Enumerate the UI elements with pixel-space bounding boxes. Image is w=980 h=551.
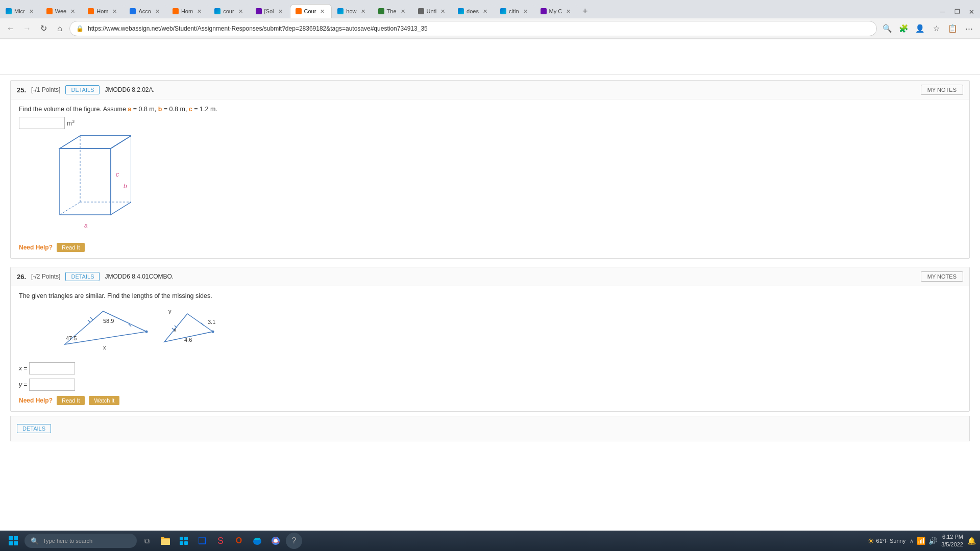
- minimize-window-btn[interactable]: ─: [936, 5, 949, 18]
- tab-close-citin[interactable]: ✕: [522, 8, 529, 15]
- collections-icon[interactable]: 📋: [945, 21, 960, 36]
- svg-text:4.6: 4.6: [184, 337, 192, 343]
- q26-my-notes-button[interactable]: MY NOTES: [921, 271, 963, 282]
- question-25-block: 25. [-/1 Points] DETAILS JMODD6 8.2.02A.…: [10, 80, 970, 259]
- svg-text:47.5: 47.5: [66, 335, 77, 341]
- svg-point-27: [212, 331, 214, 333]
- tab-label-wee: Wee: [55, 8, 66, 14]
- q25-need-help-text: Need Help?: [19, 244, 53, 251]
- question-25-body: Find the volume of the figure. Assume a …: [11, 99, 969, 258]
- lock-icon: 🔒: [76, 25, 84, 32]
- profile-icon[interactable]: 👤: [913, 21, 927, 36]
- q25-read-it-button[interactable]: Read It: [57, 243, 85, 252]
- reload-button[interactable]: ↻: [37, 22, 50, 35]
- tab-myc[interactable]: My C ✕: [535, 4, 578, 18]
- tab-favicon-sol: [256, 8, 262, 14]
- q25-figure: c b a: [29, 133, 961, 237]
- q25-input-row: m3: [19, 117, 961, 129]
- restore-window-btn[interactable]: ❐: [950, 5, 964, 18]
- tab-micr[interactable]: Micr ✕: [0, 4, 41, 18]
- more-options-icon[interactable]: ⋯: [962, 21, 976, 36]
- tab-favicon-wee: [46, 8, 53, 14]
- back-button[interactable]: ←: [4, 22, 17, 35]
- tab-unti[interactable]: Unti ✕: [412, 4, 453, 18]
- tab-hom2[interactable]: Hom ✕: [167, 4, 209, 18]
- tab-close-acco[interactable]: ✕: [154, 8, 161, 15]
- q25-number: 25.: [17, 86, 26, 94]
- close-window-btn[interactable]: ✕: [965, 5, 978, 18]
- tab-close-the[interactable]: ✕: [399, 8, 407, 15]
- favorites-icon[interactable]: ☆: [929, 21, 943, 36]
- tab-sol[interactable]: [Sol ✕: [250, 4, 290, 18]
- tab-close-does[interactable]: ✕: [481, 8, 489, 15]
- svg-text:3.1: 3.1: [208, 319, 215, 325]
- tab-acco[interactable]: Acco ✕: [124, 4, 166, 18]
- tab-citin[interactable]: citin ✕: [495, 4, 535, 18]
- svg-text:x: x: [103, 344, 106, 350]
- stub-details-button[interactable]: DETAILS: [17, 424, 51, 433]
- extensions-icon[interactable]: 🧩: [896, 21, 911, 36]
- bottom-stub: DETAILS: [10, 416, 970, 441]
- tab-how[interactable]: how ✕: [332, 4, 372, 18]
- tab-close-how[interactable]: ✕: [359, 8, 367, 15]
- q25-answer-input[interactable]: [19, 117, 65, 129]
- q25-my-notes-button[interactable]: MY NOTES: [921, 85, 963, 95]
- tab-close-wee[interactable]: ✕: [69, 8, 77, 15]
- forward-button[interactable]: →: [20, 22, 34, 35]
- search-icon[interactable]: 🔍: [880, 21, 894, 36]
- tab-close-myc[interactable]: ✕: [565, 8, 572, 15]
- tab-label-cour-edge: cour: [223, 8, 234, 14]
- tab-bar: Micr ✕ Wee ✕ Hom ✕ Acco ✕ Hom ✕ cour ✕: [0, 0, 980, 18]
- svg-text:x: x: [174, 327, 177, 333]
- svg-text:b: b: [124, 183, 127, 190]
- tab-favicon-myc: [541, 8, 547, 14]
- nav-icons-right: 🔍 🧩 👤 ☆ 📋 ⋯: [880, 21, 976, 36]
- svg-text:y: y: [168, 308, 172, 314]
- tab-hom1[interactable]: Hom ✕: [82, 4, 124, 18]
- tab-cour-edge[interactable]: cour ✕: [209, 4, 250, 18]
- tab-wee[interactable]: Wee ✕: [41, 4, 82, 18]
- tab-favicon-cour-edge: [214, 8, 220, 14]
- q26-read-it-button[interactable]: Read It: [57, 396, 85, 405]
- tab-close-hom1[interactable]: ✕: [111, 8, 118, 15]
- tab-label-citin: citin: [509, 8, 519, 14]
- navigation-bar: ← → ↻ ⌂ 🔒 https://www.webassign.net/web/…: [0, 18, 980, 39]
- question-26-header: 26. [-/2 Points] DETAILS JMODD6 8.4.01CO…: [11, 267, 969, 286]
- q26-figure: 47.5 58.9 x y 3.1 4.6 x: [29, 304, 961, 356]
- tab-close-cour-edge[interactable]: ✕: [237, 8, 244, 15]
- home-button[interactable]: ⌂: [53, 22, 66, 35]
- tab-close-unti[interactable]: ✕: [439, 8, 447, 15]
- tab-close-micr[interactable]: ✕: [28, 8, 35, 15]
- tab-label-unti: Unti: [427, 8, 437, 14]
- tab-label-does: does: [467, 8, 479, 14]
- q26-need-help: Need Help? Read It Watch It: [19, 396, 961, 405]
- q25-details-button[interactable]: DETAILS: [65, 85, 100, 94]
- tab-label-myc: My C: [549, 8, 562, 14]
- svg-point-26: [145, 331, 148, 333]
- address-bar[interactable]: 🔒 https://www.webassign.net/web/Student/…: [69, 21, 877, 36]
- tab-label-micr: Micr: [14, 8, 25, 14]
- new-tab-button[interactable]: +: [578, 4, 592, 18]
- q26-x-input-row: x =: [19, 362, 961, 374]
- q26-details-button[interactable]: DETAILS: [65, 272, 100, 281]
- q25-c-label: c: [189, 106, 192, 113]
- q25-unit-label: m3: [67, 119, 75, 127]
- tab-favicon-hom1: [88, 8, 94, 14]
- svg-rect-0: [60, 148, 111, 215]
- q26-text: The given triangles are similar. Find th…: [19, 292, 961, 299]
- tab-label-how: how: [346, 8, 356, 14]
- tab-close-cour-active[interactable]: ✕: [318, 8, 326, 15]
- url-text: https://www.webassign.net/web/Student/As…: [88, 25, 870, 32]
- q26-x-input[interactable]: [29, 362, 75, 374]
- tab-favicon-cour-active: [296, 8, 302, 14]
- tab-close-hom2[interactable]: ✕: [195, 8, 203, 15]
- q26-y-input[interactable]: [29, 379, 75, 391]
- tab-does[interactable]: does ✕: [452, 4, 495, 18]
- top-area-stub: [0, 44, 980, 75]
- question-26-body: The given triangles are similar. Find th…: [11, 286, 969, 411]
- tab-close-sol[interactable]: ✕: [277, 8, 284, 15]
- tab-the[interactable]: The ✕: [373, 4, 412, 18]
- tab-favicon-hom2: [173, 8, 179, 14]
- tab-cour-active[interactable]: Cour ✕: [290, 4, 332, 18]
- q26-watch-it-button[interactable]: Watch It: [89, 396, 119, 405]
